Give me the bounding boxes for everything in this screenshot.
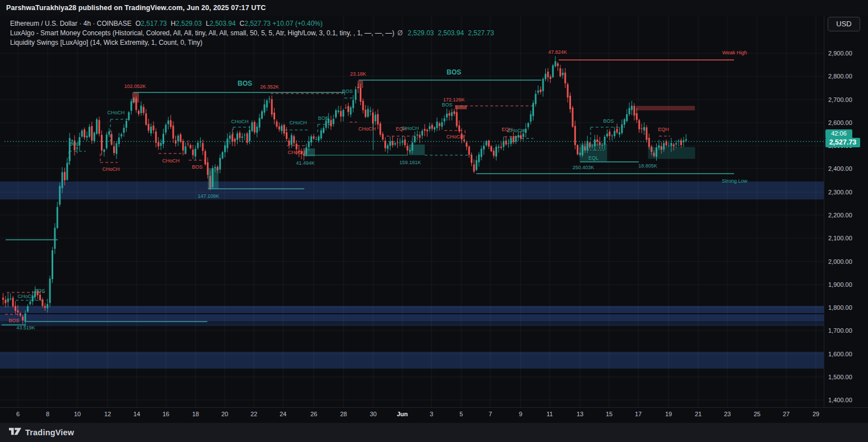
price-chart[interactable]: CHoCHBOSBOS43.519KBOSCHoCHCHoCH102.052KC… bbox=[0, 0, 868, 442]
smc-label: 41.494K bbox=[296, 160, 315, 166]
time-axis-label: 29 bbox=[813, 411, 819, 417]
candle-body bbox=[419, 135, 421, 138]
candle-body bbox=[532, 103, 534, 116]
price-axis-label: 2,600.00 bbox=[828, 119, 852, 126]
candle-body bbox=[281, 126, 282, 131]
candle-body bbox=[510, 138, 512, 144]
price-change: +10.07 (+0.40%) bbox=[272, 20, 322, 27]
liquidity-zone-band bbox=[0, 306, 824, 313]
candle-body bbox=[513, 136, 514, 142]
smc-label: 26.352K bbox=[260, 84, 279, 90]
candle-body bbox=[611, 136, 613, 136]
ohlc-key: L bbox=[206, 20, 210, 27]
candle-body bbox=[268, 99, 270, 99]
candle-body bbox=[596, 139, 598, 142]
candle-body bbox=[550, 77, 551, 79]
candle-body bbox=[500, 147, 502, 148]
legend-symbol-row[interactable]: Ethereum / U.S. Dollar · 4h · COINBASEO2… bbox=[10, 19, 494, 29]
candle-body bbox=[448, 113, 450, 115]
time-axis-label: 10 bbox=[74, 411, 81, 417]
candle-body bbox=[624, 119, 625, 125]
candle-body bbox=[86, 136, 88, 137]
candle-body bbox=[10, 299, 11, 299]
time-axis-label: 5 bbox=[459, 411, 463, 417]
ohlc-value: 2,527.73 bbox=[244, 20, 271, 27]
candle-body bbox=[638, 120, 640, 129]
candle-body bbox=[59, 186, 61, 204]
candle-body bbox=[372, 113, 374, 124]
currency-usd-button[interactable]: USD bbox=[828, 17, 860, 31]
time-axis-label: 24 bbox=[280, 411, 286, 417]
candle-body bbox=[187, 144, 189, 145]
candle-body bbox=[291, 135, 293, 145]
candle-body bbox=[527, 123, 529, 127]
candle-body bbox=[108, 132, 110, 135]
candle-body bbox=[471, 155, 472, 162]
candle-body bbox=[244, 135, 245, 136]
candle-body bbox=[12, 298, 14, 306]
candle-body bbox=[416, 134, 418, 136]
candle-body bbox=[54, 228, 55, 249]
candle-body bbox=[138, 111, 140, 114]
candle-body bbox=[345, 108, 347, 108]
candle-body bbox=[259, 118, 261, 128]
candle-body bbox=[466, 142, 467, 147]
time-axis-label: 8 bbox=[46, 411, 49, 417]
smc-label: CHoCH bbox=[102, 166, 119, 172]
candle-body bbox=[177, 136, 179, 141]
candle-body bbox=[123, 128, 125, 133]
tradingview-logo[interactable]: TradingView bbox=[9, 427, 74, 437]
legend-smc-row[interactable]: LuxAlgo - Smart Money Concepts (Historic… bbox=[10, 29, 494, 38]
ohlc-key: C bbox=[240, 20, 245, 27]
candle-body bbox=[564, 73, 566, 83]
candle-body bbox=[113, 146, 115, 153]
candle-body bbox=[473, 165, 475, 172]
candle-body bbox=[160, 143, 162, 146]
candle-body bbox=[542, 79, 544, 91]
candle-body bbox=[574, 126, 576, 145]
smc-label: CHoCH bbox=[17, 294, 35, 299]
candle-body bbox=[62, 173, 63, 188]
candle-body bbox=[399, 143, 401, 143]
smc-label: Weak High bbox=[722, 50, 747, 55]
smc-label: CHoCH bbox=[107, 110, 124, 115]
price-axis-label: 2,200.00 bbox=[828, 212, 852, 218]
candle-body bbox=[355, 89, 356, 100]
candle-body bbox=[163, 134, 164, 144]
smc-avg-value: 2,527.73 bbox=[468, 29, 494, 37]
smc-label: BOS bbox=[34, 288, 45, 294]
time-axis-label: 17 bbox=[635, 411, 642, 417]
candle-body bbox=[530, 114, 532, 122]
candle-body bbox=[626, 114, 628, 121]
smc-label: 147.108K bbox=[198, 193, 220, 199]
candle-body bbox=[330, 120, 332, 126]
candle-body bbox=[94, 133, 95, 141]
time-axis-separator bbox=[0, 407, 868, 408]
ohlc-key: O bbox=[136, 20, 141, 27]
candle-body bbox=[288, 141, 290, 145]
candle-body bbox=[315, 139, 317, 139]
candle-body bbox=[392, 141, 393, 145]
candle-body bbox=[451, 112, 453, 116]
candle-body bbox=[670, 143, 672, 146]
candle-body bbox=[522, 133, 524, 137]
candle-body bbox=[535, 94, 536, 104]
candle-body bbox=[525, 129, 527, 133]
candle-body bbox=[456, 112, 458, 126]
candle-body bbox=[115, 143, 117, 154]
candle-body bbox=[441, 122, 443, 127]
smc-label: BOS bbox=[603, 118, 614, 124]
price-axis-label: 1,800.00 bbox=[828, 304, 852, 311]
smc-zone-box bbox=[208, 168, 219, 189]
price-axis-label: 2,700.00 bbox=[828, 96, 852, 103]
symbol-title: Ethereum / U.S. Dollar · 4h · COINBASE bbox=[10, 20, 132, 27]
candle-body bbox=[614, 131, 615, 136]
legend-liquidity-row[interactable]: Liquidity Swings [LuxAlgo] (14, Wick Ext… bbox=[10, 38, 494, 48]
candle-body bbox=[99, 120, 100, 133]
candle-body bbox=[503, 141, 504, 147]
candle-body bbox=[643, 127, 645, 131]
price-axis-separator bbox=[824, 16, 824, 407]
candle-body bbox=[680, 140, 682, 145]
candle-body bbox=[271, 99, 273, 114]
candle-body bbox=[180, 134, 182, 142]
